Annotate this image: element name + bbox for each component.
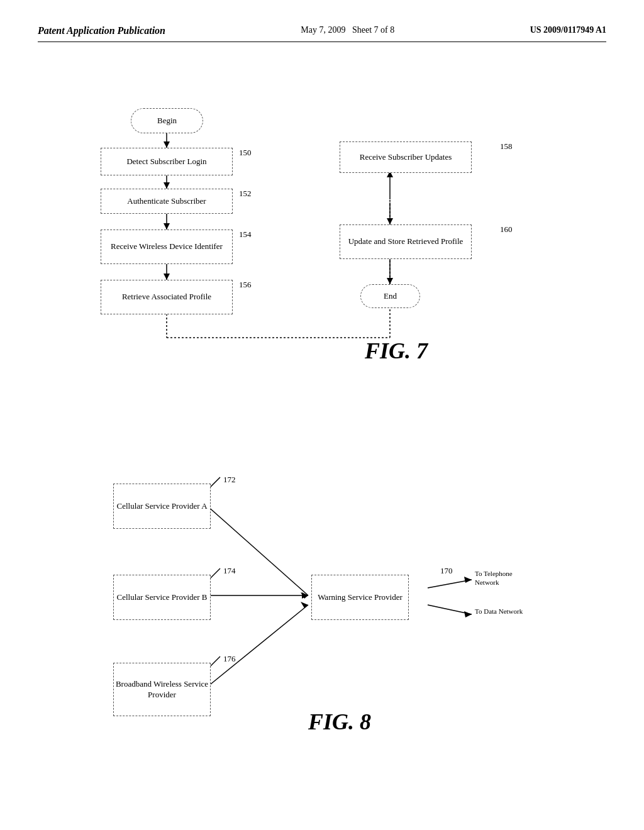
header-title: Patent Application Publication [38, 25, 165, 36]
svg-marker-16 [387, 278, 393, 284]
header-date: May 7, 2009 [301, 25, 345, 35]
header: Patent Application Publication May 7, 20… [38, 25, 606, 42]
label-176: 176 [223, 654, 236, 664]
end-box: End [360, 284, 420, 308]
box-150: Detect Subscriber Login [101, 148, 233, 175]
box-170: Warning Service Provider [311, 575, 409, 620]
label-172: 172 [223, 475, 236, 485]
svg-line-26 [428, 605, 472, 614]
fig7-label: FIG. 7 [365, 338, 428, 364]
output-telephone: To Telephone Network [475, 569, 538, 587]
box-156: Retrieve Associated Profile [101, 280, 233, 314]
svg-marker-23 [301, 602, 308, 608]
svg-line-24 [428, 580, 472, 588]
label-174: 174 [223, 566, 236, 576]
begin-box: Begin [131, 108, 203, 133]
output-data: To Data Network [475, 607, 538, 616]
box-172: Cellular Service Provider A [113, 484, 211, 529]
header-sheet: Sheet 7 of 8 [352, 25, 394, 35]
fig8-diagram: 172 Cellular Service Provider A 174 Cell… [38, 463, 606, 778]
svg-marker-25 [464, 577, 472, 583]
svg-marker-3 [164, 182, 170, 189]
label-158: 158 [500, 141, 513, 152]
svg-marker-27 [464, 611, 472, 617]
box-176: Broadband Wireless Service Provider [113, 663, 211, 716]
label-150: 150 [239, 148, 252, 158]
label-154: 154 [239, 230, 252, 240]
box-174: Cellular Service Provider B [113, 575, 211, 620]
page: Patent Application Publication May 7, 20… [0, 0, 644, 830]
box-154: Receive Wireless Device Identifer [101, 230, 233, 264]
svg-marker-5 [164, 223, 170, 230]
fig8-label: FIG. 8 [308, 709, 371, 735]
svg-marker-14 [387, 218, 393, 224]
fig7-diagram: Begin 150 Detect Subscriber Login 152 Au… [38, 74, 606, 426]
header-center: May 7, 2009 Sheet 7 of 8 [301, 25, 394, 35]
box-152: Authenticate Subscriber [101, 189, 233, 214]
svg-line-22 [208, 605, 308, 687]
label-160: 160 [500, 224, 513, 235]
svg-line-18 [208, 506, 308, 595]
label-170: 170 [440, 566, 453, 576]
box-158: Receive Subscriber Updates [340, 141, 472, 173]
label-152: 152 [239, 189, 252, 199]
header-patent: US 2009/0117949 A1 [530, 25, 606, 35]
svg-marker-1 [164, 141, 170, 148]
svg-marker-21 [302, 592, 308, 599]
svg-marker-19 [301, 592, 308, 599]
svg-marker-7 [164, 274, 170, 280]
box-160: Update and Store Retrieved Profile [340, 224, 472, 259]
label-156: 156 [239, 280, 252, 290]
